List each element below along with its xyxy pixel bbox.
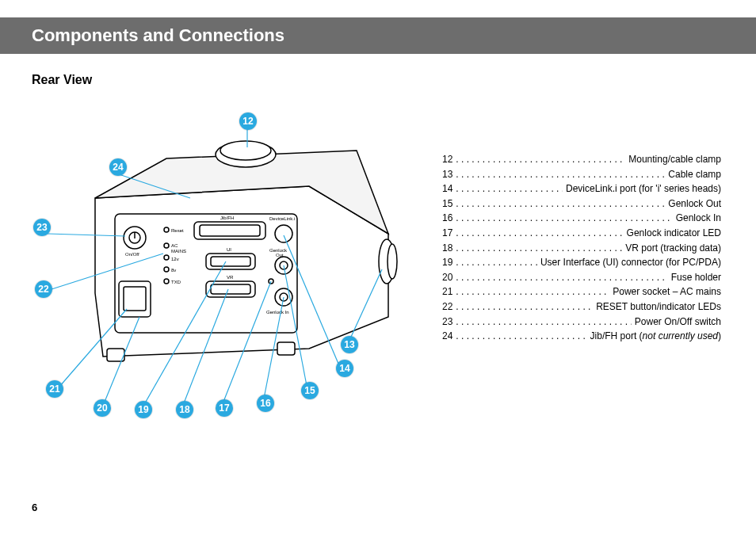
- legend-leader-dots: [456, 196, 665, 212]
- rear-view-diagram: On/Off Reset AC MAINS 12v 8v TXD Jib/FH …: [24, 111, 436, 444]
- legend-number: 20: [442, 270, 452, 285]
- legend-list: 12 Mounting/cable clamp13 Cable clamp14 …: [442, 152, 721, 344]
- callout-12: 12: [239, 113, 257, 130]
- legend-description: Mounting/cable clamp: [628, 152, 721, 167]
- callout-24: 24: [109, 158, 127, 176]
- legend-number: 24: [442, 329, 452, 344]
- svg-rect-18: [211, 257, 250, 266]
- label-devicelink: DeviceLink.i: [269, 216, 295, 221]
- legend-number: 15: [442, 196, 452, 212]
- legend-leader-dots: [456, 167, 665, 182]
- legend-row: 16 Genlock In: [442, 211, 721, 226]
- legend-leader-dots: [456, 270, 667, 285]
- legend-description: Jib/FH port (not currently used): [590, 329, 721, 344]
- label-vr: VR: [227, 275, 234, 280]
- legend-row: 12 Mounting/cable clamp: [442, 152, 721, 167]
- legend-description: Genlock indicator LED: [627, 226, 721, 241]
- legend-leader-dots: [456, 255, 537, 270]
- label-onoff: On/Off: [125, 252, 139, 257]
- label-jibfh: Jib/FH: [220, 216, 234, 220]
- legend-row: 18 VR port (tracking data): [442, 241, 721, 256]
- legend-number: 23: [442, 315, 452, 330]
- legend-number: 16: [442, 211, 452, 226]
- legend-row: 14 DeviceLink.i port (for 'i' series hea…: [442, 181, 721, 196]
- callout-17: 17: [216, 399, 233, 417]
- legend-leader-dots: [456, 226, 623, 241]
- label-genlock-in: Genlock In: [266, 310, 289, 315]
- label-reset: Reset: [171, 228, 184, 233]
- legend-leader-dots: [456, 152, 625, 167]
- legend-row: 23 Power On/Off switch: [442, 315, 721, 330]
- legend-number: 18: [442, 241, 452, 256]
- svg-point-1: [220, 141, 271, 160]
- legend-leader-dots: [456, 181, 563, 196]
- legend-leader-dots: [456, 284, 609, 299]
- label-12v: 12v: [171, 257, 179, 261]
- legend-description: VR port (tracking data): [625, 241, 721, 256]
- svg-rect-16: [200, 225, 260, 236]
- callout-23: 23: [33, 219, 51, 236]
- legend-description: User Interface (UI) connector (for PC/PD…: [540, 255, 721, 270]
- callout-19: 19: [135, 401, 152, 418]
- legend-row: 19 User Interface (UI) connector (for PC…: [442, 255, 721, 270]
- legend-row: 22 RESET button/indicator LEDs: [442, 299, 721, 315]
- legend-leader-dots: [456, 299, 593, 315]
- legend-description: Genlock Out: [668, 196, 721, 212]
- legend-row: 13 Cable clamp: [442, 167, 721, 182]
- svg-rect-20: [211, 284, 250, 294]
- label-txd: TXD: [171, 280, 181, 284]
- legend-number: 12: [442, 152, 452, 167]
- callout-20: 20: [94, 399, 111, 417]
- callout-15: 15: [301, 382, 319, 399]
- page-title-bar: Components and Connections: [0, 17, 756, 54]
- legend-description: Fuse holder: [671, 270, 721, 285]
- legend-description: Cable clamp: [668, 167, 721, 182]
- legend-description: Genlock In: [676, 211, 721, 226]
- legend-description: Power On/Off switch: [635, 315, 721, 330]
- legend-row: 15 Genlock Out: [442, 196, 721, 212]
- legend-leader-dots: [456, 315, 631, 330]
- label-8v: 8v: [171, 268, 176, 273]
- legend-number: 13: [442, 167, 452, 182]
- page-title: Components and Connections: [32, 25, 284, 46]
- legend-row: 21 Power socket – AC mains: [442, 284, 721, 299]
- page-number: 6: [32, 502, 37, 513]
- svg-text:AC: AC: [171, 243, 178, 248]
- legend-description: Power socket – AC mains: [613, 284, 721, 299]
- svg-rect-28: [277, 342, 295, 355]
- legend-number: 17: [442, 226, 452, 241]
- legend-row: 20 Fuse holder: [442, 270, 721, 285]
- svg-point-3: [388, 244, 397, 279]
- svg-point-21: [275, 225, 292, 242]
- legend-number: 21: [442, 284, 452, 299]
- svg-text:Out: Out: [276, 253, 284, 257]
- legend-leader-dots: [456, 329, 586, 344]
- legend-row: 17 Genlock indicator LED: [442, 226, 721, 241]
- svg-text:MAINS: MAINS: [171, 249, 186, 254]
- callout-14: 14: [336, 360, 353, 377]
- callout-16: 16: [257, 395, 274, 412]
- label-ui: UI: [227, 247, 231, 252]
- legend-leader-dots: [456, 211, 672, 226]
- svg-rect-9: [124, 287, 146, 311]
- legend-row: 24 Jib/FH port (not currently used): [442, 329, 721, 344]
- callout-18: 18: [176, 401, 193, 418]
- legend-number: 22: [442, 299, 452, 315]
- legend-number: 19: [442, 255, 452, 270]
- section-subtitle: Rear View: [32, 73, 92, 87]
- callout-21: 21: [46, 380, 63, 398]
- legend-leader-dots: [456, 241, 622, 256]
- legend-description: DeviceLink.i port (for 'i' series heads): [566, 181, 721, 196]
- callout-13: 13: [341, 336, 358, 353]
- device-illustration: On/Off Reset AC MAINS 12v 8v TXD Jib/FH …: [24, 111, 436, 444]
- legend-number: 14: [442, 181, 452, 196]
- legend-description: RESET button/indicator LEDs: [596, 299, 721, 315]
- manual-page: Components and Connections Rear View: [0, 0, 756, 534]
- callout-22: 22: [35, 280, 52, 298]
